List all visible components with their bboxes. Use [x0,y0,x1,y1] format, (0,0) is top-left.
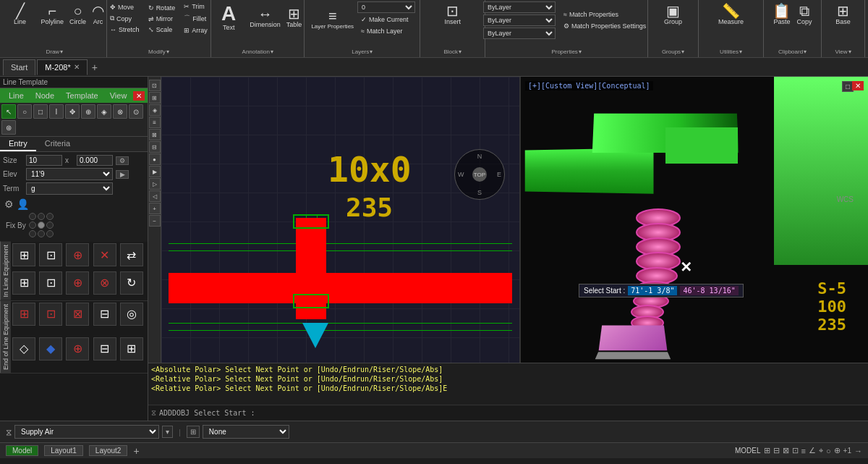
eq-item-4[interactable]: ✕ [93,243,116,266]
fix-dot-bl[interactable] [29,230,36,237]
tab-entry[interactable]: Entry [0,137,36,151]
base-button[interactable]: ⊞ Base [826,1,861,28]
copy-clip-button[interactable]: ⧉ Copy [794,1,814,28]
trim-button[interactable]: ✂ Trim [180,1,211,12]
utilities-group-label[interactable]: Utilities ▾ [719,48,743,56]
x-input[interactable] [77,155,113,166]
status-tab-layout2[interactable]: Layout2 [89,445,128,456]
elev-arrow[interactable]: ▶ [116,170,129,179]
fix-dot-tl[interactable] [29,213,36,220]
eq-eol-5[interactable]: ◎ [120,303,143,326]
side-btn-6[interactable]: ⊟ [149,141,161,153]
eq-item-9[interactable]: ⊗ [93,271,116,295]
tool-7[interactable]: ◈ [97,104,111,119]
side-btn-7[interactable]: ● [149,153,161,165]
eq-eol-10[interactable]: ⊞ [120,337,143,360]
viewport-2d[interactable]: 10x0 235 N S E W TOP [161,77,521,363]
command-input[interactable] [255,409,865,417]
make-current-button[interactable]: ✓ Make Current [357,14,415,25]
eq-eol-1[interactable]: ⊞ [12,303,35,326]
tool-square[interactable]: □ [33,104,48,119]
move-button[interactable]: ✥ Move [106,2,143,12]
status-icon-8[interactable]: ○ [826,447,831,455]
groups-group-label[interactable]: Groups ▾ [661,48,685,56]
polyline-button[interactable]: ⌐ Polyline [39,1,67,28]
side-btn-11[interactable]: + [149,203,161,214]
array-button[interactable]: ⊞ Array [180,25,211,35]
color-dropdown[interactable]: ByLayer [483,1,556,13]
status-tab-model[interactable]: Model [6,445,38,456]
line-button[interactable]: ╱ Line [3,1,38,28]
measure-button[interactable]: 📏 Measure [714,1,749,28]
lineweight-dropdown[interactable]: ByLayer [483,28,556,39]
tool-select[interactable]: ↖ [1,104,16,119]
text-button[interactable]: A Text [211,1,246,33]
panel-menu-node[interactable]: Node [30,90,60,101]
clipboard-group-label[interactable]: Clipboard ▾ [778,48,807,56]
match-props-settings-button[interactable]: ⚙ Match Properties Settings [560,21,650,31]
linetype-dropdown[interactable]: ByLayer [483,14,556,26]
term-select[interactable]: g [26,182,113,195]
tab-m208[interactable]: M-208* ✕ [37,59,87,75]
eq-item-10[interactable]: ↻ [120,271,143,295]
fix-dot-tr[interactable] [46,213,54,220]
tab-start[interactable]: Start [3,59,35,75]
settings-icon-2[interactable]: 👤 [17,198,29,210]
block-group-label[interactable]: Block ▾ [443,48,462,56]
viewport-3d[interactable]: [+][Custom View][Conceptual] [521,77,868,363]
panel-close-button[interactable]: ✕ [133,91,145,101]
tool-text-cursor[interactable]: I [49,104,64,119]
layer-dropdown[interactable]: 0 [357,1,415,13]
side-btn-4[interactable]: ≡ [149,117,161,128]
tab-add-button[interactable]: + [89,62,101,73]
status-icon-7[interactable]: ⌖ [819,446,823,455]
tool-6[interactable]: ⊕ [81,104,95,119]
side-btn-3[interactable]: ◈ [149,104,161,116]
eq-eol-4[interactable]: ⊟ [93,303,116,326]
status-icon-4[interactable]: ⊡ [792,446,799,455]
group-button[interactable]: ▣ Group [656,1,691,28]
size-input[interactable] [26,155,62,166]
insert-button[interactable]: ⊡ Insert [435,1,470,28]
circle-button[interactable]: ○ Circle [67,1,88,28]
dimension-button[interactable]: ↔ Dimension [247,4,283,30]
tool-9[interactable]: ⊙ [129,104,143,119]
tool-8[interactable]: ⊗ [113,104,127,119]
eq-eol-8[interactable]: ⊕ [66,337,89,360]
side-btn-10[interactable]: ◁ [149,190,161,202]
status-icon-2[interactable]: ⊟ [773,446,780,455]
eq-item-2[interactable]: ⊡ [39,243,62,266]
stretch-button[interactable]: ↔ Stretch [106,25,143,35]
eq-eol-2[interactable]: ⊡ [39,303,62,326]
layers-group-label[interactable]: Layers ▾ [351,48,373,56]
side-btn-2[interactable]: ⊞ [149,92,161,104]
fix-dot-br[interactable] [46,230,54,237]
bottom-dropdown-arrow[interactable]: ▾ [162,426,173,438]
layout-add-button[interactable]: + [133,445,139,457]
status-icon-3[interactable]: ⊠ [783,446,789,455]
fix-dot-bc[interactable] [38,230,45,237]
table-button[interactable]: ⊞ Table [284,4,305,30]
eq-eol-3[interactable]: ⊠ [66,303,89,326]
viewport-close-button[interactable]: ✕ [852,81,864,90]
eq-eol-9[interactable]: ⊟ [93,337,116,360]
eq-eol-7[interactable]: ◆ [39,337,62,360]
layer-props-button[interactable]: ≡ Layer Properties [309,7,356,32]
panel-menu-view[interactable]: View [104,90,133,101]
eq-item-3[interactable]: ⊕ [66,243,89,266]
fix-dot-mr[interactable] [46,222,54,229]
eq-item-1[interactable]: ⊞ [12,243,35,266]
settings-icon-1[interactable]: ⚙ [4,198,14,210]
fillet-button[interactable]: ⌒ Fillet [180,12,211,25]
status-icon-9[interactable]: ⊕ [834,446,841,455]
bottom-layer-icon[interactable]: ⊞ [187,426,200,438]
tool-ellipse[interactable]: ○ [17,104,32,119]
none-select[interactable]: None [203,425,289,439]
status-icon-5[interactable]: ≡ [801,447,806,455]
tab-criteria[interactable]: Criteria [36,137,79,151]
view-group-label[interactable]: View ▾ [834,48,851,56]
eq-item-8[interactable]: ⊕ [66,271,89,295]
mirror-button[interactable]: ⇌ Mirror [145,14,179,24]
paste-button[interactable]: 📋 Paste [770,1,793,28]
annotation-group-label[interactable]: Annotation ▾ [242,48,274,56]
